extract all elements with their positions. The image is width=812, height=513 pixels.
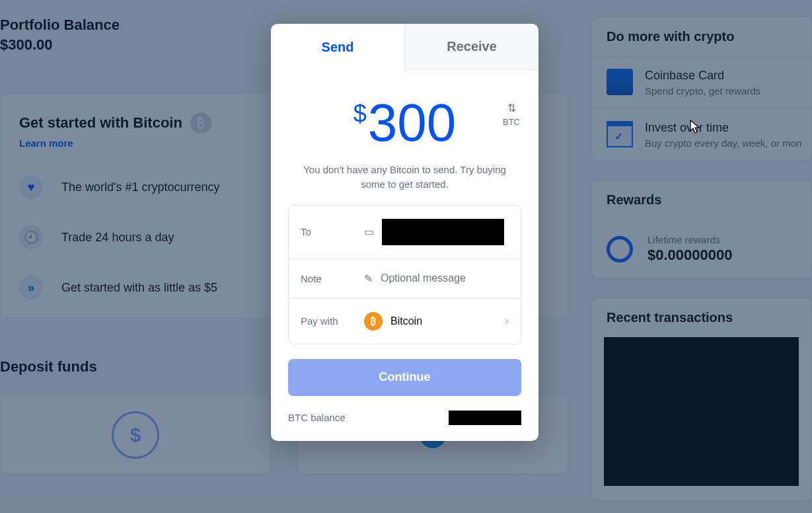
send-fields: To ▭ Note ✎ Optional message Pay with ₿ … [288,205,521,344]
tab-receive[interactable]: Receive [404,24,538,70]
amount-input[interactable]: $ 300 [353,97,457,149]
switch-currency-button[interactable]: ⇅ BTC [503,102,520,127]
switch-label: BTC [503,117,520,127]
note-label: Note [301,273,364,284]
pencil-icon: ✎ [364,272,373,285]
currency-symbol: $ [353,102,367,126]
amount-value: 300 [368,97,456,149]
chevron-right-icon: › [505,314,509,328]
wallet-icon: ▭ [364,225,374,238]
note-placeholder: Optional message [381,272,466,284]
to-field[interactable]: To ▭ [289,206,521,259]
modal-tabs: Send Receive [271,24,538,70]
tab-send[interactable]: Send [271,24,404,70]
bitcoin-icon: ₿ [364,312,383,331]
pay-with-label: Pay with [301,315,364,327]
no-bitcoin-message: You don't have any Bitcoin to send. Try … [271,156,538,205]
redacted-balance [449,411,521,425]
redacted-recipient [382,219,504,245]
pay-with-value: Bitcoin [390,315,422,327]
continue-button[interactable]: Continue [288,359,521,396]
pay-with-field[interactable]: Pay with ₿ Bitcoin › [289,299,521,344]
swap-icon: ⇅ [503,102,520,114]
btc-balance-label: BTC balance [288,412,346,423]
to-label: To [301,226,364,237]
note-field[interactable]: Note ✎ Optional message [289,259,521,299]
send-receive-modal: Send Receive $ 300 ⇅ BTC You don't have … [271,24,538,441]
